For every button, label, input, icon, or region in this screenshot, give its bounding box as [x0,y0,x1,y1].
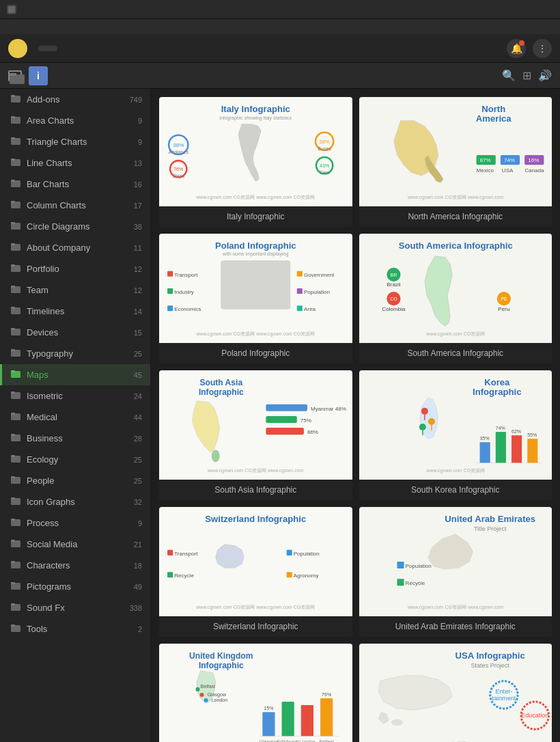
sidebar-item-business[interactable]: Business 28 [0,428,150,449]
folder-icon-25 [10,624,21,634]
sidebar-item-sound-fx[interactable]: Sound Fx 338 [0,597,150,618]
sidebar-label-3: Line Charts [27,158,123,168]
sidebar-label-5: Column Charts [27,200,123,210]
sidebar-item-circle-diagrams[interactable]: Circle Diagrams 38 [0,216,150,237]
svg-text:Population: Population [294,551,320,557]
svg-rect-48 [11,540,15,542]
svg-text:United Kingdom: United Kingdom [189,651,253,661]
svg-text:Canada: Canada [524,167,544,174]
audio-icon[interactable]: 🔊 [538,69,552,82]
sidebar-item-icon-graphs[interactable]: Icon Graphs 32 [0,491,150,512]
sidebar-item-devices[interactable]: Devices 15 [0,322,150,343]
card-thumbnail-italy: Italy Infographic infographic showing it… [159,97,352,206]
sidebar-item-process[interactable]: Process 9 [0,512,150,534]
svg-point-160 [204,698,208,702]
project-logo: i [29,66,48,85]
svg-rect-0 [8,6,15,13]
card-uae[interactable]: United Arab Emirates Title Project Popul… [359,507,552,637]
svg-text:South America Infographic: South America Infographic [398,241,512,251]
sidebar-item-area-charts[interactable]: Area Charts 9 [0,110,150,131]
sidebar-item-medical[interactable]: Medical 44 [0,407,150,428]
sidebar-item-tools[interactable]: Tools 2 [0,618,150,640]
svg-text:Airplanes: Airplanes [169,150,189,155]
svg-text:38%: 38% [173,142,184,148]
sidebar-item-pictograms[interactable]: Pictograms 49 [0,576,150,597]
svg-text:Population: Population [405,563,431,569]
sidebar-item-characters[interactable]: Characters 18 [0,555,150,576]
sidebar-label-15: Medical [27,412,123,422]
svg-text:www.cgown.com CG资源网 www.cgown.: www.cgown.com CG资源网 www.cgown.com CG资源网 [195,605,315,610]
sidebar-item-people[interactable]: People 25 [0,470,150,491]
sidebar-label-19: Icon Graphs [27,497,123,507]
sidebar-item-timelines[interactable]: Timelines 14 [0,301,150,322]
sidebar-item-isometric[interactable]: Isometric 24 [0,385,150,407]
card-poland[interactable]: Poland Infographic with some important d… [159,234,352,363]
card-label-italy: Italy Infographic [159,206,352,227]
svg-point-162 [195,687,199,691]
svg-text:infographic showing italy stat: infographic showing italy statistics [219,115,292,121]
card-north-america[interactable]: North America 87% Mexico 74% USA 16% Can… [359,97,552,227]
nav-tab-preset[interactable] [38,46,57,51]
grid-view-icon[interactable]: ⊞ [522,69,531,82]
folder-icon-2 [10,137,21,147]
sidebar-item-maps[interactable]: Maps 45 [0,364,150,385]
svg-text:Transport: Transport [174,272,198,278]
svg-text:74%: 74% [495,426,505,430]
sidebar-label-10: Timelines [27,306,123,316]
sidebar-item-column-charts[interactable]: Column Charts 17 [0,195,150,216]
folder-icon-8 [10,264,21,274]
svg-rect-16 [11,201,15,203]
sidebar-item-team[interactable]: Team 12 [0,279,150,301]
svg-text:South Asia: South Asia [199,378,242,387]
sidebar-item-ecology[interactable]: Ecology 25 [0,449,150,470]
svg-text:76%: 76% [173,167,184,171]
svg-text:15%: 15% [264,706,274,711]
sidebar-label-25: Tools [27,624,123,634]
svg-text:62%: 62% [511,429,521,434]
sidebar-item-about-company[interactable]: About Company 11 [0,237,150,258]
folder-icon-20 [10,518,21,528]
card-uk[interactable]: United Kingdom Infographic Glasgow Londo… [159,644,352,742]
title-bar [0,0,560,19]
svg-rect-164 [262,712,275,736]
svg-text:Switzerland Infographic: Switzerland Infographic [205,514,306,524]
folder-icon-16 [10,433,21,443]
search-icon[interactable]: 🔍 [502,69,516,82]
svg-text:Peru: Peru [498,306,509,312]
card-thumbnail-switzerland: Switzerland Infographic Transport Recycl… [159,507,352,616]
svg-rect-129 [479,442,490,463]
sidebar-item-bar-charts[interactable]: Bar Charts 16 [0,174,150,195]
sidebar-count-0: 749 [128,96,142,104]
svg-rect-93 [297,271,303,277]
sidebar-item-add-ons[interactable]: Add-ons 749 [0,89,150,110]
more-options-icon[interactable]: ⋮ [533,39,552,58]
svg-text:USA: USA [501,167,513,174]
svg-text:with some important displaying: with some important displaying [222,251,288,257]
card-south-asia[interactable]: South Asia Infographic Myanmar 48% 75% 8… [159,370,352,500]
svg-text:Glasgow: Glasgow [208,692,227,698]
cards-grid: Italy Infographic infographic showing it… [159,97,552,742]
svg-text:Agronomy: Agronomy [294,573,320,579]
sidebar-label-8: Portfolio [27,264,123,274]
card-korea[interactable]: Korea Infographic 35% 74% 62% 55% www.cg… [359,370,552,500]
sidebar-item-triangle-charts[interactable]: Triangle Charts 9 [0,131,150,152]
card-italy[interactable]: Italy Infographic infographic showing it… [159,97,352,227]
card-switzerland[interactable]: Switzerland Infographic Transport Recycl… [159,507,352,637]
svg-rect-95 [297,288,303,294]
sidebar-count-17: 25 [128,456,142,464]
svg-text:74%: 74% [503,157,514,163]
sidebar-item-line-charts[interactable]: Line Charts 13 [0,152,150,174]
svg-rect-26 [11,307,15,309]
sidebar-item-typography[interactable]: Typography 25 [0,343,150,364]
svg-text:Mexico: Mexico [476,167,494,174]
nav-tab-store[interactable] [57,46,76,51]
card-thumbnail-uae: United Arab Emirates Title Project Popul… [359,507,552,616]
bell-icon[interactable]: 🔔 [507,39,526,58]
card-south-america[interactable]: South America Infographic BR Brazil CO C… [359,234,552,363]
svg-text:87%: 87% [479,157,490,163]
sidebar-item-social-media[interactable]: Social Media 21 [0,534,150,555]
svg-text:London: London [299,739,316,742]
svg-text:Education: Education [521,712,548,719]
card-usa[interactable]: USA Infographic States Project Enter- ta… [359,644,552,742]
sidebar-item-portfolio[interactable]: Portfolio 12 [0,258,150,279]
